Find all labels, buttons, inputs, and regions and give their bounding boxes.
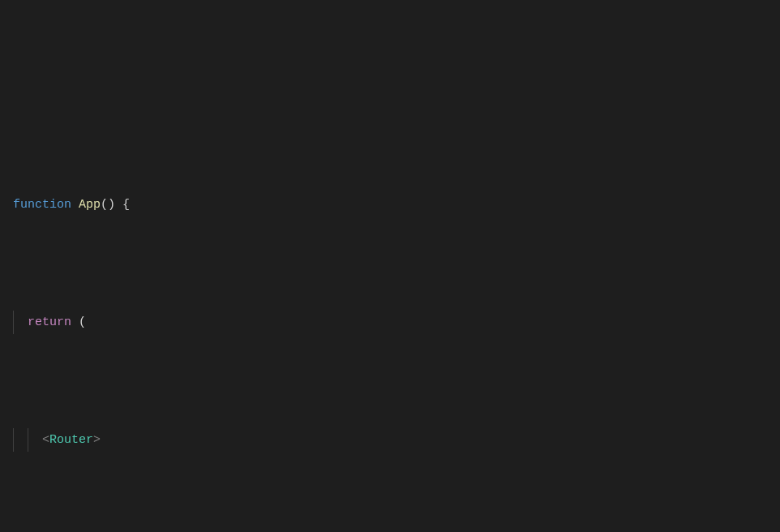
code-line: function App() {	[0, 193, 780, 217]
code-line: return (	[0, 311, 780, 334]
function-name: App	[79, 198, 101, 212]
jsx-router-tag: Router	[49, 433, 93, 447]
open-brace: {	[122, 198, 130, 212]
keyword-return: return	[28, 315, 71, 329]
code-line: <Router>	[0, 428, 780, 452]
code-editor[interactable]: function App() { return ( <Router> <div>…	[0, 99, 780, 532]
keyword-function: function	[13, 198, 71, 212]
parens: ()	[101, 198, 115, 212]
open-paren: (	[79, 315, 86, 329]
